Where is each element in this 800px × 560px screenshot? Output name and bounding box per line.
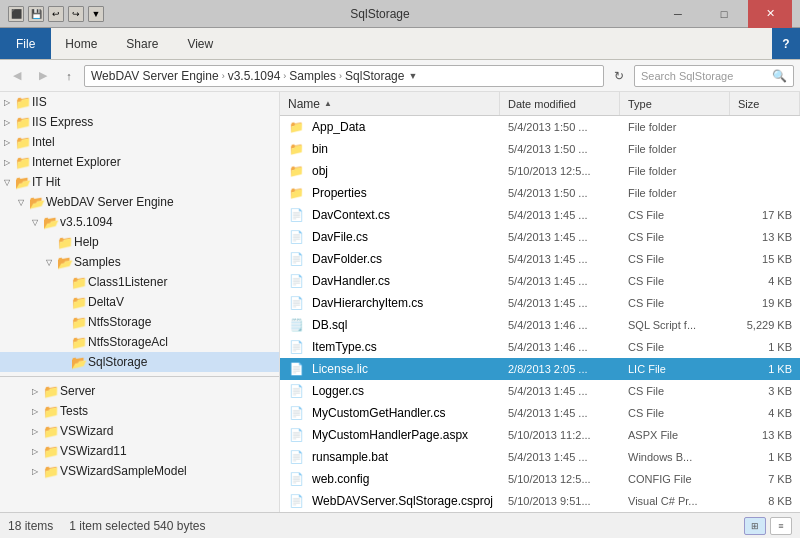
redo-quick-btn[interactable]: ↪ — [68, 6, 84, 22]
expand-iis-express[interactable]: ▷ — [0, 115, 14, 129]
expand-version[interactable]: ▽ — [28, 215, 42, 229]
sidebar-label-iis: IIS — [32, 95, 47, 109]
expand-internet-explorer[interactable]: ▷ — [0, 155, 14, 169]
undo-quick-btn[interactable]: ↩ — [48, 6, 64, 22]
file-type-cell: ASPX File — [620, 424, 730, 445]
sidebar-item-server[interactable]: ▷ Server — [0, 381, 279, 401]
col-header-name[interactable]: Name ▲ — [280, 92, 500, 115]
file-size-cell: 17 KB — [730, 204, 800, 225]
maximize-button[interactable]: □ — [702, 0, 746, 28]
col-header-type[interactable]: Type — [620, 92, 730, 115]
table-row[interactable]: 📄 License.lic 2/8/2013 2:05 ... LIC File… — [280, 358, 800, 380]
up-button[interactable]: ↑ — [58, 65, 80, 87]
ribbon-view-tab[interactable]: View — [173, 28, 228, 59]
expand-vswizard11[interactable]: ▷ — [28, 444, 42, 458]
file-name-label: Logger.cs — [312, 384, 364, 398]
file-size-cell: 1 KB — [730, 446, 800, 467]
address-path-bar[interactable]: WebDAV Server Engine › v3.5.1094 › Sampl… — [84, 65, 604, 87]
file-size-cell: 4 KB — [730, 270, 800, 291]
expand-server[interactable]: ▷ — [28, 384, 42, 398]
expand-vswizard[interactable]: ▷ — [28, 424, 42, 438]
customize-quick-btn[interactable]: ▼ — [88, 6, 104, 22]
refresh-button[interactable]: ↻ — [608, 65, 630, 87]
sidebar-item-version[interactable]: ▽ v3.5.1094 — [0, 212, 279, 232]
col-header-size[interactable]: Size — [730, 92, 800, 115]
sidebar-item-samples[interactable]: ▽ Samples — [0, 252, 279, 272]
table-row[interactable]: 📄 DavContext.cs 5/4/2013 1:45 ... CS Fil… — [280, 204, 800, 226]
file-icon: 📄 — [288, 251, 304, 267]
back-button[interactable]: ◀ — [6, 65, 28, 87]
table-row[interactable]: 📄 web.config 5/10/2013 12:5... CONFIG Fi… — [280, 468, 800, 490]
col-header-date[interactable]: Date modified — [500, 92, 620, 115]
view-large-icon-button[interactable]: ⊞ — [744, 517, 766, 535]
file-type-cell: CS File — [620, 248, 730, 269]
file-name-cell: 📄 DavHandler.cs — [280, 270, 500, 291]
sidebar-label-webdav: WebDAV Server Engine — [46, 195, 174, 209]
table-row[interactable]: 📄 DavHandler.cs 5/4/2013 1:45 ... CS Fil… — [280, 270, 800, 292]
save-quick-btn[interactable]: 💾 — [28, 6, 44, 22]
table-row[interactable]: 📁 obj 5/10/2013 12:5... File folder — [280, 160, 800, 182]
search-box[interactable]: Search SqlStorage 🔍 — [634, 65, 794, 87]
table-row[interactable]: 📄 WebDAVServer.SqlStorage.csproj 5/10/20… — [280, 490, 800, 512]
sidebar-item-iis-express[interactable]: ▷ IIS Express — [0, 112, 279, 132]
file-name-label: MyCustomHandlerPage.aspx — [312, 428, 468, 442]
sidebar-item-class1listener[interactable]: Class1Listener — [0, 272, 279, 292]
sidebar-label-sqlstorage: SqlStorage — [88, 355, 147, 369]
sidebar-item-iis[interactable]: ▷ IIS — [0, 92, 279, 112]
table-row[interactable]: 📄 runsample.bat 5/4/2013 1:45 ... Window… — [280, 446, 800, 468]
file-icon: 📁 — [288, 163, 304, 179]
sidebar-item-deltav[interactable]: DeltaV — [0, 292, 279, 312]
path-dropdown-button[interactable]: ▼ — [408, 71, 417, 81]
table-row[interactable]: 📄 DavFolder.cs 5/4/2013 1:45 ... CS File… — [280, 248, 800, 270]
sidebar-item-help[interactable]: Help — [0, 232, 279, 252]
ribbon-share-tab[interactable]: Share — [112, 28, 173, 59]
expand-samples[interactable]: ▽ — [42, 255, 56, 269]
sidebar-item-it-hit[interactable]: ▽ IT Hit — [0, 172, 279, 192]
sidebar-item-tests[interactable]: ▷ Tests — [0, 401, 279, 421]
file-icon: 📄 — [288, 229, 304, 245]
table-row[interactable]: 📁 bin 5/4/2013 1:50 ... File folder — [280, 138, 800, 160]
expand-intel[interactable]: ▷ — [0, 135, 14, 149]
file-icon: 📄 — [288, 295, 304, 311]
ribbon-home-tab[interactable]: Home — [51, 28, 112, 59]
help-button[interactable]: ? — [772, 28, 800, 59]
table-row[interactable]: 📄 ItemType.cs 5/4/2013 1:46 ... CS File … — [280, 336, 800, 358]
search-icon[interactable]: 🔍 — [772, 69, 787, 83]
search-placeholder: Search SqlStorage — [641, 70, 772, 82]
sidebar-item-vswizard11[interactable]: ▷ VSWizard11 — [0, 441, 279, 461]
sidebar-item-webdav-engine[interactable]: ▽ WebDAV Server Engine — [0, 192, 279, 212]
expand-tests[interactable]: ▷ — [28, 404, 42, 418]
table-row[interactable]: 📄 MyCustomGetHandler.cs 5/4/2013 1:45 ..… — [280, 402, 800, 424]
sidebar-item-sqlstorage[interactable]: SqlStorage — [0, 352, 279, 372]
view-list-button[interactable]: ≡ — [770, 517, 792, 535]
ribbon-file-tab[interactable]: File — [0, 28, 51, 59]
minimize-button[interactable]: ─ — [656, 0, 700, 28]
sidebar-label-version: v3.5.1094 — [60, 215, 113, 229]
close-button[interactable]: ✕ — [748, 0, 792, 28]
sidebar-item-internet-explorer[interactable]: ▷ Internet Explorer — [0, 152, 279, 172]
sidebar-item-vswizardsamplemodel[interactable]: ▷ VSWizardSampleModel — [0, 461, 279, 481]
col-name-label: Name — [288, 97, 320, 111]
selection-info: 1 item selected 540 bytes — [69, 519, 205, 533]
sidebar-item-ntfsstorage[interactable]: NtfsStorage — [0, 312, 279, 332]
file-type-cell: CS File — [620, 270, 730, 291]
sidebar-item-ntfsstorageacl[interactable]: NtfsStorageAcl — [0, 332, 279, 352]
file-size-cell: 8 KB — [730, 490, 800, 511]
file-date-cell: 5/10/2013 9:51... — [500, 490, 620, 511]
file-size-cell: 5,229 KB — [730, 314, 800, 335]
table-row[interactable]: 📄 Logger.cs 5/4/2013 1:45 ... CS File 3 … — [280, 380, 800, 402]
table-row[interactable]: 🗒️ DB.sql 5/4/2013 1:46 ... SQL Script f… — [280, 314, 800, 336]
table-row[interactable]: 📄 MyCustomHandlerPage.aspx 5/10/2013 11:… — [280, 424, 800, 446]
expand-it-hit[interactable]: ▽ — [0, 175, 14, 189]
table-row[interactable]: 📁 Properties 5/4/2013 1:50 ... File fold… — [280, 182, 800, 204]
expand-webdav-engine[interactable]: ▽ — [14, 195, 28, 209]
table-row[interactable]: 📄 DavHierarchyItem.cs 5/4/2013 1:45 ... … — [280, 292, 800, 314]
file-date-cell: 5/4/2013 1:45 ... — [500, 380, 620, 401]
forward-button[interactable]: ▶ — [32, 65, 54, 87]
expand-iis[interactable]: ▷ — [0, 95, 14, 109]
expand-vswizardsamplemodel[interactable]: ▷ — [28, 464, 42, 478]
sidebar-item-intel[interactable]: ▷ Intel — [0, 132, 279, 152]
sidebar-item-vswizard[interactable]: ▷ VSWizard — [0, 421, 279, 441]
table-row[interactable]: 📄 DavFile.cs 5/4/2013 1:45 ... CS File 1… — [280, 226, 800, 248]
table-row[interactable]: 📁 App_Data 5/4/2013 1:50 ... File folder — [280, 116, 800, 138]
